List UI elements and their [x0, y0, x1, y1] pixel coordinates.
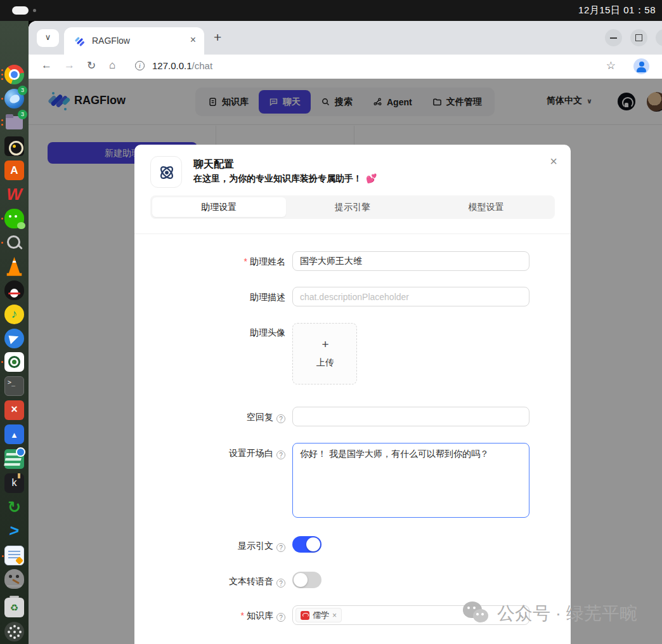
- dock: 3 3 A W ♪ >_ × ▲ k ↻ > ♻: [0, 21, 29, 644]
- terminal-icon[interactable]: >_: [4, 376, 24, 396]
- toggle-knob: [294, 573, 308, 587]
- modal-tabs: 助理设置 提示引擎 模型设置: [150, 195, 555, 219]
- notes-app-icon[interactable]: [4, 546, 24, 565]
- watermark-text: 公众号 · 绿芜平畹: [497, 601, 637, 626]
- label-text: 显示引文: [238, 541, 273, 551]
- qq-icon[interactable]: [4, 280, 24, 300]
- downloads-app-icon[interactable]: 3: [4, 89, 24, 108]
- help-icon[interactable]: ?: [276, 414, 285, 423]
- empty-reply-input[interactable]: [292, 407, 529, 426]
- watermark: 公众号 · 绿芜平畹: [463, 601, 637, 626]
- label-text: 知识库: [247, 610, 273, 621]
- modal-divider: [134, 233, 571, 234]
- system-clock[interactable]: 12月15日 01：58: [578, 4, 656, 16]
- modal-close-icon[interactable]: ×: [550, 154, 557, 169]
- kb-tag-label: 儒学: [313, 610, 329, 621]
- url-host: 127.0.0.1: [152, 60, 192, 71]
- running-dot: [1, 98, 3, 100]
- opener-textarea[interactable]: 你好！ 我是国学大师，有什么可以帮到你的吗？: [292, 443, 529, 518]
- address-input[interactable]: 127.0.0.1/chat: [152, 60, 212, 71]
- label-text: 文本转语音: [229, 576, 273, 586]
- vlc-icon[interactable]: [4, 257, 24, 277]
- opener-label: 设置开场白?: [229, 448, 285, 459]
- dock-divider: [7, 586, 22, 586]
- home-icon[interactable]: ⌂: [109, 59, 115, 72]
- tab-strip: ∨ RAGFlow × +: [29, 21, 662, 55]
- running-dot: [1, 218, 3, 220]
- forward-icon[interactable]: →: [64, 59, 75, 72]
- hearts-emoji: 💕: [366, 173, 377, 183]
- tab-close-icon[interactable]: ×: [190, 34, 196, 46]
- chrome-icon[interactable]: [4, 65, 24, 84]
- assistant-name-input[interactable]: [292, 251, 529, 271]
- window-close-button[interactable]: [656, 29, 662, 46]
- knowledge-base-tag[interactable]: 儒学 ×: [295, 608, 342, 622]
- assistant-name-label: 助理姓名: [244, 256, 285, 268]
- tts-label: 文本转语音?: [229, 576, 285, 588]
- reload-icon[interactable]: ↻: [87, 59, 96, 72]
- running-dots: [1, 119, 3, 121]
- wechat-icon[interactable]: [4, 209, 24, 228]
- running-dot: [1, 242, 3, 244]
- wechat-watermark-icon: [463, 601, 491, 626]
- show-apps-icon[interactable]: [4, 622, 24, 641]
- tts-toggle[interactable]: [292, 572, 321, 588]
- search-app-icon[interactable]: [4, 233, 24, 253]
- plus-icon: +: [293, 338, 358, 352]
- bookmark-star-icon[interactable]: ☆: [606, 59, 616, 72]
- help-icon[interactable]: ?: [276, 450, 285, 459]
- sync-app-icon[interactable]: ↻: [4, 497, 24, 517]
- show-citation-label: 显示引文?: [238, 541, 285, 552]
- qq-music-icon[interactable]: ♪: [4, 305, 24, 324]
- workspace-indicator[interactable]: [12, 6, 29, 15]
- reader-app-icon[interactable]: k: [4, 473, 24, 493]
- site-info-icon[interactable]: i: [135, 61, 145, 70]
- running-dot: [1, 361, 3, 363]
- blue-mountain-app-icon[interactable]: ▲: [4, 424, 24, 444]
- red-app-icon[interactable]: ×: [4, 400, 24, 420]
- trash-icon[interactable]: ♻: [4, 598, 24, 617]
- label-text: 空回复: [247, 412, 273, 422]
- chat-config-modal: 聊天配置 在这里，为你的专业知识库装扮专属助手！💕 × 助理设置 提示引擎 模型…: [134, 145, 571, 644]
- help-icon[interactable]: ?: [276, 579, 285, 588]
- tab-search-chevron-button[interactable]: ∨: [37, 29, 59, 47]
- url-path: /chat: [192, 60, 213, 71]
- show-citation-toggle[interactable]: [292, 536, 321, 553]
- knowledge-base-label: 知识库?: [241, 610, 285, 622]
- green-emblem-app-icon[interactable]: [4, 352, 24, 372]
- tab-assistant-settings[interactable]: 助理设置: [152, 197, 286, 217]
- url-bar: ← → ↻ ⌂ i 127.0.0.1/chat ☆: [29, 55, 662, 79]
- vscode-icon[interactable]: >: [3, 522, 25, 541]
- help-icon[interactable]: ?: [276, 613, 285, 622]
- tab-prompt-engine[interactable]: 提示引擎: [286, 197, 420, 217]
- new-tab-button[interactable]: +: [214, 30, 221, 45]
- help-icon[interactable]: ?: [276, 543, 285, 552]
- browser-tab[interactable]: RAGFlow ×: [64, 27, 204, 55]
- upload-label: 上传: [293, 357, 358, 369]
- tab-title: RAGFlow: [92, 36, 130, 46]
- app-store-icon[interactable]: A: [4, 161, 24, 180]
- back-icon[interactable]: ←: [41, 59, 52, 72]
- file-manager-icon[interactable]: 3: [4, 113, 24, 133]
- messenger-app-icon[interactable]: [4, 329, 24, 348]
- dictionary-app-icon[interactable]: [4, 449, 24, 469]
- workspace-dot[interactable]: [33, 9, 36, 12]
- media-player-icon[interactable]: [4, 136, 24, 156]
- badge-count: 3: [18, 86, 27, 95]
- modal-subtitle: 在这里，为你的专业知识库装扮专属助手！💕: [193, 173, 377, 185]
- running-dot: [2, 555, 4, 557]
- badge-count: 3: [18, 110, 27, 119]
- assistant-description-input[interactable]: [292, 287, 529, 306]
- modal-title: 聊天配置: [193, 158, 234, 171]
- kb-avatar-icon: [301, 611, 309, 620]
- browser-profile-avatar[interactable]: [633, 58, 649, 74]
- tab-model-settings[interactable]: 模型设置: [419, 197, 553, 217]
- wps-office-icon[interactable]: W: [4, 185, 24, 204]
- running-dots: [1, 69, 3, 71]
- kb-tag-remove-icon[interactable]: ×: [332, 611, 337, 620]
- assistant-description-label: 助理描述: [250, 292, 285, 303]
- window-maximize-button[interactable]: [630, 29, 647, 46]
- avatar-upload-box[interactable]: + 上传: [292, 323, 357, 384]
- ragflow-favicon: [74, 35, 86, 48]
- window-minimize-button[interactable]: [605, 29, 622, 46]
